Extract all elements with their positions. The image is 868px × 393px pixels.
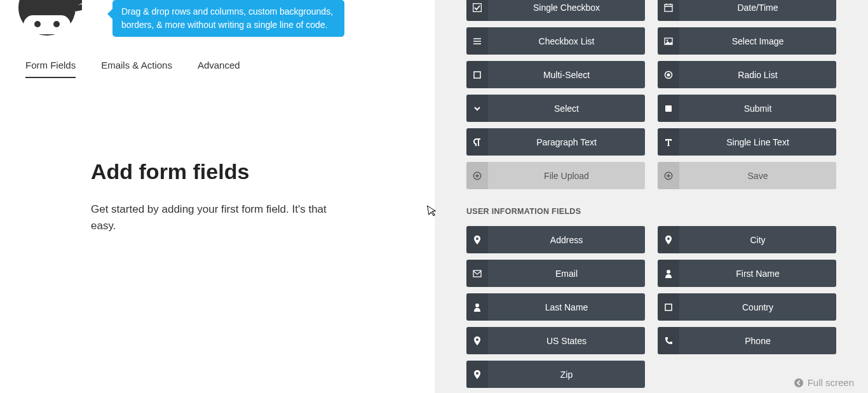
field-city[interactable]: City — [658, 226, 836, 253]
map-marker-icon — [466, 327, 488, 354]
map-marker-icon — [658, 226, 679, 253]
field-single-checkbox[interactable]: Single Checkbox — [466, 0, 645, 21]
right-panel: Single Checkbox Date/Time Checkbox List … — [435, 0, 868, 393]
field-label: Country — [679, 293, 836, 321]
square-icon — [466, 61, 488, 88]
field-paragraph-text[interactable]: Paragraph Text — [466, 128, 645, 156]
field-label: Date/Time — [679, 0, 836, 21]
svg-point-31 — [476, 372, 478, 375]
svg-point-13 — [667, 39, 668, 41]
subtext-get-started: Get started by adding your first form fi… — [91, 201, 351, 235]
field-label: Email — [488, 260, 645, 287]
svg-rect-1 — [24, 15, 71, 34]
square-filled-icon — [658, 95, 679, 122]
tab-form-fields[interactable]: Form Fields — [25, 60, 76, 78]
calendar-icon — [658, 0, 679, 21]
field-zip[interactable]: Zip — [466, 361, 645, 388]
field-select[interactable]: Select — [466, 95, 645, 122]
user-info-fields-grid: Address City Email First Name — [466, 226, 836, 388]
tab-emails-actions[interactable]: Emails & Actions — [101, 60, 172, 78]
field-label: Phone — [679, 327, 836, 354]
field-label: Paragraph Text — [488, 128, 645, 156]
svg-point-2 — [34, 21, 41, 27]
field-multi-select[interactable]: Multi-Select — [466, 61, 645, 88]
left-panel: Drag & drop rows and columns, custom bac… — [0, 0, 435, 393]
svg-point-3 — [53, 21, 60, 27]
plus-circle-icon — [466, 162, 488, 189]
tab-advanced-label: Advanced — [198, 60, 240, 70]
field-first-name[interactable]: First Name — [658, 260, 836, 287]
field-phone[interactable]: Phone — [658, 327, 836, 354]
user-icon — [658, 260, 679, 287]
fullscreen-toggle[interactable]: Full screen — [794, 377, 854, 388]
map-marker-icon — [466, 226, 488, 253]
tab-advanced[interactable]: Advanced — [198, 60, 240, 78]
image-icon — [658, 27, 679, 55]
field-submit[interactable]: Submit — [658, 95, 836, 122]
svg-rect-4 — [473, 3, 482, 11]
field-radio-list[interactable]: Radio List — [658, 61, 836, 88]
field-label: Checkbox List — [488, 27, 645, 55]
field-file-upload[interactable]: File Upload — [466, 162, 645, 189]
field-last-name[interactable]: Last Name — [466, 293, 645, 321]
field-checkbox-list[interactable]: Checkbox List — [466, 27, 645, 55]
field-label: Last Name — [488, 293, 645, 321]
field-label: First Name — [679, 260, 836, 287]
checkbox-icon — [466, 0, 488, 21]
ninja-logo — [12, 0, 82, 37]
field-label: City — [679, 226, 836, 253]
field-select-image[interactable]: Select Image — [658, 27, 836, 55]
tab-form-fields-label: Form Fields — [25, 60, 76, 70]
promo-tooltip-text: Drag & drop rows and columns, custom bac… — [121, 6, 333, 30]
svg-point-24 — [476, 237, 478, 240]
radio-icon — [658, 61, 679, 88]
svg-point-30 — [476, 338, 478, 341]
field-address[interactable]: Address — [466, 226, 645, 253]
field-label: Select Image — [679, 27, 836, 55]
field-label: Save — [679, 162, 836, 189]
square-icon — [658, 293, 679, 321]
svg-point-28 — [475, 303, 479, 307]
field-us-states[interactable]: US States — [466, 327, 645, 354]
field-single-line-text[interactable]: Single Line Text — [658, 128, 836, 156]
field-label: Radio List — [679, 61, 836, 88]
svg-rect-14 — [474, 72, 480, 78]
field-label: Address — [488, 226, 645, 253]
field-label: US States — [488, 327, 645, 354]
field-label: Submit — [679, 95, 836, 122]
field-date-time[interactable]: Date/Time — [658, 0, 836, 21]
field-label: Single Line Text — [679, 128, 836, 156]
field-label: Select — [488, 95, 645, 122]
text-icon — [658, 128, 679, 156]
svg-rect-17 — [665, 105, 672, 112]
circle-left-icon — [794, 378, 804, 388]
list-icon — [466, 27, 488, 55]
user-icon — [466, 293, 488, 321]
svg-rect-26 — [473, 270, 481, 277]
paragraph-icon — [466, 128, 488, 156]
chevron-down-icon — [466, 95, 488, 122]
map-marker-icon — [466, 361, 488, 388]
section-title-user-info: USER INFORMATION FIELDS — [466, 207, 836, 216]
field-email[interactable]: Email — [466, 260, 645, 287]
field-label: File Upload — [488, 162, 645, 189]
field-label: Multi-Select — [488, 61, 645, 88]
tab-emails-actions-label: Emails & Actions — [101, 60, 172, 70]
svg-point-25 — [667, 237, 670, 240]
fullscreen-label: Full screen — [808, 377, 854, 388]
field-country[interactable]: Country — [658, 293, 836, 321]
svg-point-32 — [794, 378, 803, 387]
phone-icon — [658, 327, 679, 354]
promo-tooltip: Drag & drop rows and columns, custom bac… — [112, 0, 344, 37]
svg-point-16 — [667, 73, 670, 76]
svg-point-27 — [667, 270, 670, 274]
plus-circle-icon — [658, 162, 679, 189]
svg-rect-5 — [665, 4, 672, 11]
field-label: Zip — [488, 361, 645, 388]
common-fields-grid: Single Checkbox Date/Time Checkbox List … — [466, 0, 836, 189]
envelope-icon — [466, 260, 488, 287]
field-save[interactable]: Save — [658, 162, 836, 189]
field-label: Single Checkbox — [488, 0, 645, 21]
heading-add-form-fields: Add form fields — [91, 159, 249, 184]
svg-rect-29 — [665, 304, 672, 310]
